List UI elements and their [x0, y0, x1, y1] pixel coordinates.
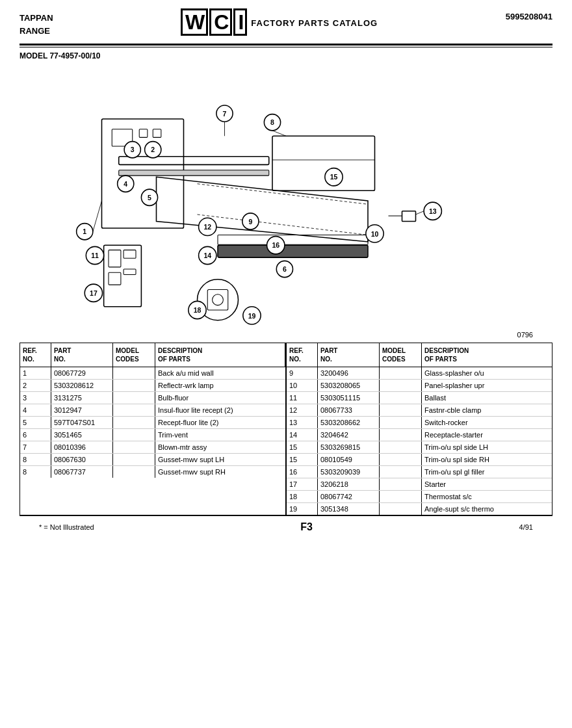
- table-row: 16 5303209039 Trim-o/u spl gl filler: [287, 466, 552, 478]
- svg-text:15: 15: [330, 173, 338, 181]
- svg-text:8: 8: [270, 118, 274, 126]
- svg-text:4: 4: [124, 180, 127, 188]
- svg-rect-21: [402, 211, 416, 222]
- svg-line-52: [416, 211, 424, 214]
- page-header: TAPPAN RANGE WCI FACTORY PARTS CATALOG 5…: [0, 0, 572, 44]
- svg-line-7: [198, 184, 369, 205]
- svg-rect-19: [207, 290, 228, 311]
- table-row: 11 5303051115 Ballast: [287, 392, 552, 404]
- svg-rect-16: [109, 272, 121, 285]
- th-part1: PARTNO.: [51, 343, 113, 367]
- table-row: 14 3204642 Receptacle-starter: [287, 429, 552, 441]
- table-row: 15 5303269815 Trim-o/u spl side LH: [287, 441, 552, 454]
- footer-note: * = Not Illustrated: [39, 523, 94, 531]
- brand-info: TAPPAN RANGE: [20, 12, 53, 37]
- svg-rect-11: [218, 245, 368, 257]
- svg-rect-9: [272, 136, 375, 190]
- table-row: 15 08010549 Trim-o/u spl side RH: [287, 454, 552, 466]
- page-code: F3: [300, 521, 313, 533]
- table-body: 1 08067729 Back a/u mid wall 2 530320861…: [20, 367, 552, 515]
- svg-text:3: 3: [131, 146, 135, 153]
- svg-text:13: 13: [429, 207, 437, 215]
- product-type: RANGE: [20, 25, 53, 38]
- table-row: 8 08067630 Gusset-mwv supt LH: [20, 454, 285, 466]
- svg-text:9: 9: [248, 218, 252, 226]
- svg-text:2: 2: [151, 146, 155, 153]
- footer-date: 4/91: [519, 523, 533, 531]
- svg-text:17: 17: [90, 289, 98, 297]
- table-row: 2 5303208612 Reflectr-wrk lamp: [20, 380, 285, 392]
- parts-diagram: 1 2 3 4 5 6 7 8 9 10 11: [0, 64, 572, 337]
- th-part2: PARTNO.: [318, 343, 380, 367]
- svg-text:12: 12: [203, 223, 211, 231]
- model-number: MODEL 77-4957-00/10: [20, 51, 101, 60]
- svg-rect-14: [109, 250, 121, 267]
- table-row: 12 08067733 Fastnr-cble clamp: [287, 404, 552, 417]
- svg-point-20: [213, 294, 224, 306]
- svg-rect-5: [119, 170, 269, 176]
- table-row: 19 3051348 Angle-supt s/c thermo: [287, 503, 552, 515]
- svg-line-41: [272, 131, 286, 136]
- wci-logo: WCI: [181, 12, 247, 32]
- svg-rect-15: [124, 250, 136, 259]
- table-row: 9 3200496 Glass-splasher o/u: [287, 367, 552, 380]
- table-row: 6 3051465 Trim-vent: [20, 429, 285, 441]
- th-ref2: REF.NO.: [287, 343, 318, 367]
- svg-marker-6: [157, 177, 369, 242]
- svg-text:7: 7: [223, 110, 227, 118]
- table-right-col: 9 3200496 Glass-splasher o/u 10 53032080…: [287, 367, 552, 515]
- th-desc1: DESCRIPTIONOF PARTS: [155, 343, 285, 367]
- svg-text:6: 6: [283, 265, 287, 273]
- svg-line-25: [93, 201, 102, 231]
- th-codes1: MODELCODES: [113, 343, 155, 367]
- page-footer: * = Not Illustrated F3 4/91: [20, 515, 552, 536]
- model-line: MODEL 77-4957-00/10: [0, 47, 572, 64]
- svg-text:10: 10: [371, 230, 379, 238]
- table-row: 1 08067729 Back a/u mid wall: [20, 367, 285, 380]
- svg-text:16: 16: [272, 241, 280, 249]
- th-codes2: MODELCODES: [380, 343, 422, 367]
- svg-text:19: 19: [248, 312, 256, 320]
- table-row: 13 5303208662 Switch-rocker: [287, 417, 552, 429]
- logo-area: WCI FACTORY PARTS CATALOG: [181, 12, 378, 32]
- svg-rect-2: [139, 129, 148, 138]
- table-left-col: 1 08067729 Back a/u mid wall 2 530320861…: [20, 367, 285, 515]
- table-row: 7 08010396 Blown-mtr assy: [20, 441, 285, 454]
- table-row: 4 3012947 Insul-fluor lite recept (2): [20, 404, 285, 417]
- brand-name: TAPPAN: [20, 12, 53, 25]
- table-row: 18 08067742 Thermostat s/c: [287, 491, 552, 503]
- svg-line-8: [198, 214, 369, 235]
- table-header-row: REF.NO. PARTNO. MODELCODES DESCRIPTIONOF…: [20, 343, 552, 367]
- svg-rect-17: [124, 269, 136, 274]
- table-row: 8 08067737 Gusset-mwv supt RH: [20, 466, 285, 478]
- svg-text:5: 5: [148, 194, 151, 202]
- th-ref1: REF.NO.: [20, 343, 51, 367]
- catalog-number: 5995208041: [506, 12, 552, 21]
- table-row: 5 597T047S01 Recept-fluor lite (2): [20, 417, 285, 429]
- svg-rect-3: [153, 129, 161, 138]
- svg-text:11: 11: [91, 252, 99, 259]
- table-row: 10 5303208065 Panel-splasher upr: [287, 380, 552, 392]
- parts-table: REF.NO. PARTNO. MODELCODES DESCRIPTIONOF…: [20, 343, 552, 515]
- table-row: 17 3206218 Starter: [287, 478, 552, 491]
- catalog-title: FACTORY PARTS CATALOG: [251, 18, 378, 28]
- svg-text:18: 18: [194, 306, 202, 314]
- th-desc2: DESCRIPTIONOF PARTS: [422, 343, 552, 367]
- svg-text:14: 14: [203, 252, 211, 259]
- svg-rect-4: [119, 157, 269, 165]
- diagram-svg: 1 2 3 4 5 6 7 8 9 10 11: [0, 64, 572, 337]
- svg-text:1: 1: [83, 228, 86, 235]
- table-row: 3 3131275 Bulb-fluor: [20, 392, 285, 404]
